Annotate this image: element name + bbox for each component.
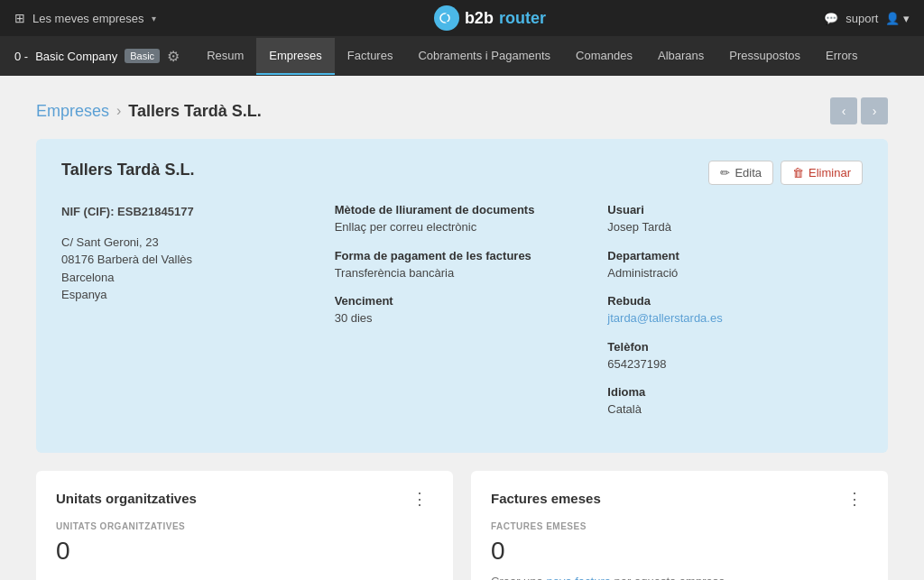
telefon-label: Telèfon: [607, 340, 863, 354]
company-name: Basic Company: [35, 50, 117, 63]
tab-comandes[interactable]: Comandes: [563, 38, 645, 75]
unitats-card-title: Unitats organitzatives: [56, 491, 197, 506]
unitats-sublabel: UNITATS ORGANITZATIVES: [56, 521, 433, 531]
usuari-field: Usuari Josep Tardà: [607, 203, 863, 236]
company-card-header: Tallers Tardà S.L. ✏ Edita 🗑 Eliminar: [61, 161, 863, 185]
factures-count: 0: [491, 537, 868, 566]
breadcrumb-separator: ›: [116, 103, 121, 119]
tab-cobraments[interactable]: Cobraments i Pagaments: [405, 38, 563, 75]
telefon-value: 654237198: [607, 355, 863, 373]
metode-label: Mètode de lliurament de documents: [335, 203, 590, 216]
basic-badge: Basic: [125, 49, 160, 63]
factures-footer: Crear una nova factura per aquesta empre…: [491, 575, 868, 581]
breadcrumb-parent[interactable]: Empreses: [36, 102, 109, 121]
bottom-cards-grid: Unitats organitzatives ⋮ UNITATS ORGANIT…: [36, 471, 888, 581]
nif-value: ESB21845177: [117, 205, 194, 218]
usuari-label: Usuari: [607, 203, 863, 216]
metode-value: Enllaç per correu electrònic: [335, 218, 590, 236]
edit-icon: ✏: [720, 166, 730, 180]
unitats-card: Unitats organitzatives ⋮ UNITATS ORGANIT…: [36, 471, 453, 581]
secondary-nav: 0 - Basic Company Basic ⚙ Resum Empreses…: [0, 36, 924, 76]
company-label: 0 - Basic Company Basic ⚙: [14, 48, 180, 65]
breadcrumb: Empreses › Tallers Tardà S.L.: [36, 102, 262, 121]
factures-card-header: Factures emeses ⋮: [491, 489, 868, 509]
info-col-2: Mètode de lliurament de documents Enllaç…: [335, 203, 590, 431]
forma-pagament-label: Forma de pagament de les factures: [335, 249, 590, 262]
idioma-value: Català: [607, 400, 863, 419]
departament-value: Administració: [607, 264, 863, 282]
nif-label: NIF (CIF):: [61, 205, 117, 218]
support-link[interactable]: suport: [845, 12, 878, 25]
nova-factura-link[interactable]: nova factura: [546, 575, 611, 581]
tab-pressupostos[interactable]: Pressupostos: [716, 38, 813, 75]
factures-card-title: Factures emeses: [491, 491, 601, 506]
departament-field: Departament Administració: [607, 249, 863, 282]
top-bar-logo: b2brouter: [434, 5, 546, 31]
usuari-value: Josep Tardà: [607, 218, 863, 236]
company-info-grid: NIF (CIF): ESB21845177 C/ Sant Geroni, 2…: [61, 203, 863, 431]
next-button[interactable]: ›: [861, 97, 888, 124]
nav-tabs: Resum Empreses Factures Cobraments i Pag…: [194, 38, 870, 75]
departament-label: Departament: [607, 249, 863, 262]
companies-link[interactable]: Les meves empreses: [32, 12, 144, 25]
breadcrumb-area: Empreses › Tallers Tardà S.L. ‹ ›: [0, 76, 924, 139]
logo-b2b-text: b2b: [465, 9, 494, 28]
info-col-3: Usuari Josep Tardà Departament Administr…: [607, 203, 863, 431]
company-card: Tallers Tardà S.L. ✏ Edita 🗑 Eliminar NI…: [36, 139, 888, 453]
venciment-value: 30 dies: [335, 309, 590, 327]
rebuda-label: Rebuda: [607, 294, 863, 308]
unitats-menu-button[interactable]: ⋮: [406, 489, 433, 509]
address-line-4: Espanya: [61, 286, 317, 304]
breadcrumb-current: Tallers Tardà S.L.: [128, 102, 261, 121]
factures-card: Factures emeses ⋮ FACTURES EMESES 0 Crea…: [471, 471, 888, 581]
support-icon: 💬: [824, 12, 838, 25]
factures-menu-button[interactable]: ⋮: [841, 489, 868, 509]
company-card-name: Tallers Tardà S.L.: [61, 161, 194, 180]
forma-pagament-field: Forma de pagament de les factures Transf…: [335, 249, 590, 282]
top-bar-left: ⊞ Les meves empreses ▾: [14, 11, 156, 25]
logo-router-text: router: [499, 9, 546, 28]
delete-label: Eliminar: [808, 166, 851, 180]
tab-albarans[interactable]: Albarans: [645, 38, 716, 75]
idioma-field: Idioma Català: [607, 385, 863, 419]
venciment-label: Venciment: [335, 294, 590, 308]
tab-resum[interactable]: Resum: [194, 38, 256, 75]
telefon-field: Telèfon 654237198: [607, 340, 863, 373]
b2b-logo-icon: [434, 5, 459, 31]
factures-sublabel: FACTURES EMESES: [491, 521, 868, 531]
address-line-2: 08176 Barberà del Vallès: [61, 251, 317, 269]
factures-footer-prefix: Crear una: [491, 575, 546, 581]
address-line-1: C/ Sant Geroni, 23: [61, 234, 317, 252]
forma-pagament-value: Transferència bancària: [335, 264, 590, 282]
edit-label: Edita: [735, 166, 762, 180]
company-prefix: 0 -: [14, 50, 28, 63]
tab-factures[interactable]: Factures: [335, 38, 406, 75]
card-actions: ✏ Edita 🗑 Eliminar: [708, 161, 863, 185]
rebuda-field: Rebuda jtarda@tallerstarda.es: [607, 294, 863, 327]
main-content: Tallers Tardà S.L. ✏ Edita 🗑 Eliminar NI…: [0, 139, 924, 580]
delete-button[interactable]: 🗑 Eliminar: [781, 161, 863, 185]
top-bar: ⊞ Les meves empreses ▾ b2brouter 💬 supor…: [0, 0, 924, 36]
nif-field: NIF (CIF): ESB21845177: [61, 203, 317, 221]
gear-icon[interactable]: ⚙: [167, 48, 180, 65]
metode-field: Mètode de lliurament de documents Enllaç…: [335, 203, 590, 236]
unitats-card-header: Unitats organitzatives ⋮: [56, 489, 433, 509]
venciment-field: Venciment 30 dies: [335, 294, 590, 327]
info-col-1: NIF (CIF): ESB21845177 C/ Sant Geroni, 2…: [61, 203, 317, 431]
user-icon[interactable]: 👤 ▾: [885, 12, 910, 25]
prev-button[interactable]: ‹: [830, 97, 857, 124]
top-bar-right: 💬 suport 👤 ▾: [824, 12, 910, 25]
edit-button[interactable]: ✏ Edita: [708, 161, 773, 185]
tab-empreses[interactable]: Empreses: [256, 38, 335, 75]
nav-arrows: ‹ ›: [830, 97, 888, 124]
delete-icon: 🗑: [792, 166, 804, 180]
factures-footer-suffix: per aquesta empresa: [611, 575, 725, 581]
tab-errors[interactable]: Errors: [813, 38, 870, 75]
rebuda-value[interactable]: jtarda@tallerstarda.es: [607, 311, 722, 325]
companies-chevron-icon: ▾: [152, 14, 156, 23]
unitats-count: 0: [56, 537, 433, 566]
address-line-3: Barcelona: [61, 269, 317, 287]
companies-icon: ⊞: [14, 11, 25, 25]
idioma-label: Idioma: [607, 385, 863, 399]
